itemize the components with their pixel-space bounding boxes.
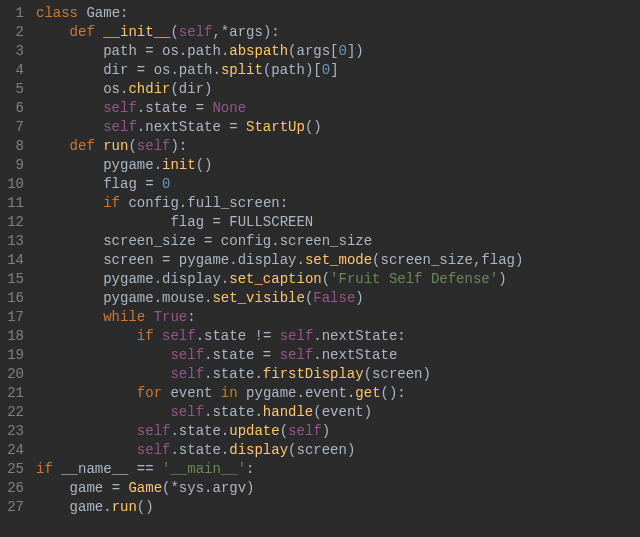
token-name: dir xyxy=(103,62,137,78)
token-name: os xyxy=(154,62,171,78)
code-line: self.state.firstDisplay(screen) xyxy=(36,365,523,384)
line-number: 15 xyxy=(0,270,24,289)
token-op xyxy=(36,328,137,344)
line-number: 13 xyxy=(0,232,24,251)
line-number: 6 xyxy=(0,99,24,118)
token-op: ( xyxy=(288,43,296,59)
line-number: 4 xyxy=(0,61,24,80)
token-kw: in xyxy=(221,385,246,401)
token-op: ( xyxy=(364,366,372,382)
token-name: flag xyxy=(481,252,515,268)
token-op: . xyxy=(170,442,178,458)
token-op: . xyxy=(170,62,178,78)
code-line: self.state = self.nextState xyxy=(36,346,523,365)
token-op: . xyxy=(179,43,187,59)
token-name: state xyxy=(179,442,221,458)
token-op xyxy=(36,138,70,154)
token-name: pygame xyxy=(103,157,153,173)
token-op: . xyxy=(271,233,279,249)
token-op xyxy=(36,271,103,287)
line-number: 24 xyxy=(0,441,24,460)
code-line: if __name__ == '__main__': xyxy=(36,460,523,479)
token-name: screen xyxy=(296,442,346,458)
token-op: = xyxy=(196,100,213,116)
line-number: 18 xyxy=(0,327,24,346)
token-op: . xyxy=(297,385,305,401)
token-fn: firstDisplay xyxy=(263,366,364,382)
token-name: nextState xyxy=(145,119,229,135)
token-op: ( xyxy=(170,81,178,97)
code-line: if config.full_screen: xyxy=(36,194,523,213)
token-op: ( xyxy=(372,252,380,268)
token-op xyxy=(36,24,70,40)
token-kw: for xyxy=(137,385,171,401)
token-kw: if xyxy=(137,328,162,344)
token-name: state xyxy=(212,347,262,363)
token-op: () xyxy=(137,499,154,515)
token-op xyxy=(36,119,103,135)
token-name: path xyxy=(187,43,221,59)
token-name: event xyxy=(322,404,364,420)
token-op: )[ xyxy=(305,62,322,78)
token-op: ( xyxy=(128,138,136,154)
token-op: . xyxy=(154,290,162,306)
code-editor: 1234567891011121314151617181920212223242… xyxy=(0,0,640,521)
code-line: self.nextState = StartUp() xyxy=(36,118,523,137)
code-line: flag = 0 xyxy=(36,175,523,194)
code-line: def run(self): xyxy=(36,137,523,156)
token-op xyxy=(36,81,103,97)
token-self: self xyxy=(280,328,314,344)
token-name: state xyxy=(204,328,254,344)
line-number: 5 xyxy=(0,80,24,99)
token-name: config xyxy=(221,233,271,249)
token-self: self xyxy=(137,138,171,154)
token-fn: set_visible xyxy=(212,290,304,306)
token-op: = xyxy=(204,233,221,249)
line-number: 12 xyxy=(0,213,24,232)
token-name: display xyxy=(238,252,297,268)
token-op: ( xyxy=(280,423,288,439)
token-op: . xyxy=(313,328,321,344)
token-op: . xyxy=(154,157,162,173)
token-name: path xyxy=(179,62,213,78)
line-number: 16 xyxy=(0,289,24,308)
token-name: event xyxy=(170,385,220,401)
token-name: path xyxy=(103,43,145,59)
token-fn: set_mode xyxy=(305,252,372,268)
token-fn: chdir xyxy=(128,81,170,97)
token-self: self xyxy=(103,119,137,135)
code-line: dir = os.path.split(path)[0] xyxy=(36,61,523,80)
line-number: 1 xyxy=(0,4,24,23)
token-name: state xyxy=(212,366,254,382)
token-name: game xyxy=(70,480,112,496)
token-name: pygame xyxy=(179,252,229,268)
line-number: 23 xyxy=(0,422,24,441)
token-op: = xyxy=(212,214,229,230)
code-line: game.run() xyxy=(36,498,523,517)
token-name: state xyxy=(179,423,221,439)
line-number: 9 xyxy=(0,156,24,175)
line-gutter: 1234567891011121314151617181920212223242… xyxy=(0,4,32,517)
code-line: path = os.path.abspath(args[0]) xyxy=(36,42,523,61)
token-op: ) xyxy=(498,271,506,287)
token-op: : xyxy=(246,461,254,477)
line-number: 11 xyxy=(0,194,24,213)
code-line: self.state.display(screen) xyxy=(36,441,523,460)
code-line: game = Game(*sys.argv) xyxy=(36,479,523,498)
code-line: flag = FULLSCREEN xyxy=(36,213,523,232)
token-name: pygame xyxy=(246,385,296,401)
token-self: self xyxy=(103,100,137,116)
token-op: . xyxy=(212,62,220,78)
token-op: . xyxy=(137,100,145,116)
token-op: ) xyxy=(423,366,431,382)
token-kw: while xyxy=(103,309,153,325)
token-name: screen_size xyxy=(381,252,473,268)
code-line: self.state.handle(event) xyxy=(36,403,523,422)
token-op: ) xyxy=(246,480,254,496)
token-self: self xyxy=(170,404,204,420)
token-name: flag xyxy=(170,214,212,230)
token-op: : xyxy=(280,195,288,211)
code-line: pygame.mouse.set_visible(False) xyxy=(36,289,523,308)
token-op: . xyxy=(221,423,229,439)
token-op: . xyxy=(254,404,262,420)
